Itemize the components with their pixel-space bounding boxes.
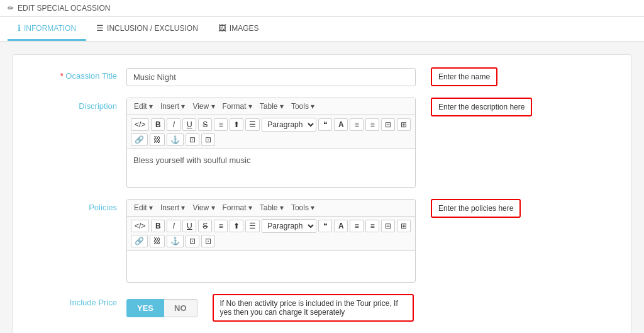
desc-paragraph-select[interactable]: Paragraph <box>262 118 316 132</box>
include-price-control: YES NO If No then activity price is incl… <box>126 294 612 322</box>
desc-btn-italic[interactable]: I <box>167 118 180 131</box>
pol-btn-bold[interactable]: B <box>151 220 165 232</box>
include-price-no-btn[interactable]: NO <box>164 299 197 317</box>
include-price-label: Include Price <box>26 294 126 307</box>
top-bar: ✏ EDIT SPECIAL OCASSION <box>0 0 644 17</box>
tab-images[interactable]: 🖼 IMAGES <box>208 17 269 41</box>
desc-btn-strike[interactable]: S <box>198 118 212 131</box>
policies-body[interactable] <box>127 251 415 282</box>
pol-menu-view[interactable]: View ▾ <box>189 202 218 213</box>
pol-btn-strike[interactable]: S <box>198 220 212 232</box>
pol-btn-unlink[interactable]: ⛓ <box>150 235 165 247</box>
desc-btn-underline[interactable]: U <box>182 118 196 131</box>
description-toolbar: </> B I U S ≡ ⬆ ☰ Paragraph <box>127 115 415 149</box>
description-menubar: Edit ▾ Insert ▾ View ▾ Format ▾ Table ▾ … <box>127 98 415 115</box>
desc-btn-link[interactable]: 🔗 <box>131 133 148 146</box>
include-price-toggle: YES NO <box>126 299 197 317</box>
desc-btn-ol[interactable]: ≡ <box>350 118 364 131</box>
occasion-title-control: Enter the name <box>126 67 612 86</box>
tab-inclusion-exclusion[interactable]: ☰ INCLUSION / EXCLUSION <box>86 17 208 41</box>
pol-btn-image[interactable]: ⊡ <box>186 235 199 247</box>
desc-btn-unlink[interactable]: ⛓ <box>150 133 165 146</box>
form-card: * Ocassion Title Enter the name Discript… <box>13 54 631 333</box>
desc-btn-bold[interactable]: B <box>151 118 165 131</box>
desc-menu-table[interactable]: Table ▾ <box>257 101 287 112</box>
pol-btn-media[interactable]: ⊡ <box>201 235 215 247</box>
description-tooltip: Enter the description here <box>431 98 532 116</box>
policies-tooltip: Enter the policies here <box>431 199 521 218</box>
pol-menu-table[interactable]: Table ▾ <box>257 202 287 213</box>
pol-btn-outdent[interactable]: ⊟ <box>381 220 395 232</box>
desc-menu-edit[interactable]: Edit ▾ <box>131 101 156 112</box>
pol-menu-tools[interactable]: Tools ▾ <box>288 202 318 213</box>
desc-btn-code[interactable]: </> <box>131 118 149 131</box>
pol-btn-align-center[interactable]: ⬆ <box>230 220 243 232</box>
desc-menu-insert[interactable]: Insert ▾ <box>157 101 188 112</box>
desc-menu-tools[interactable]: Tools ▾ <box>288 101 318 112</box>
tab-images-label: IMAGES <box>230 24 259 33</box>
page-wrapper: ✏ EDIT SPECIAL OCASSION ℹ INFORMATION ☰ … <box>0 0 644 333</box>
edit-icon: ✏ <box>8 4 14 13</box>
tab-information[interactable]: ℹ INFORMATION <box>8 17 86 41</box>
desc-btn-align-center[interactable]: ⬆ <box>230 118 243 131</box>
list-icon: ☰ <box>96 23 104 33</box>
description-row: Discription Edit ▾ Insert ▾ View ▾ Forma… <box>26 98 612 188</box>
desc-btn-anchor[interactable]: ⚓ <box>167 133 184 146</box>
desc-btn-image[interactable]: ⊡ <box>186 133 199 146</box>
desc-btn-indent[interactable]: ⊞ <box>397 118 411 131</box>
pol-btn-anchor[interactable]: ⚓ <box>167 235 184 247</box>
description-editor: Edit ▾ Insert ▾ View ▾ Format ▾ Table ▾ … <box>126 98 416 188</box>
policies-toolbar: </> B I U S ≡ ⬆ ☰ Paragraph <box>127 217 415 251</box>
description-label: Discription <box>26 98 126 111</box>
include-price-yes-btn[interactable]: YES <box>126 299 164 317</box>
occasion-title-row: * Ocassion Title Enter the name <box>26 67 612 86</box>
policies-label: Policies <box>26 199 126 212</box>
info-icon: ℹ <box>18 23 21 33</box>
description-body[interactable]: Bless yourself with soulful music <box>127 149 415 187</box>
pol-paragraph-select[interactable]: Paragraph <box>262 219 316 233</box>
desc-btn-outdent[interactable]: ⊟ <box>381 118 395 131</box>
tabs-bar: ℹ INFORMATION ☰ INCLUSION / EXCLUSION 🖼 … <box>0 17 644 42</box>
description-control: Edit ▾ Insert ▾ View ▾ Format ▾ Table ▾ … <box>126 98 612 188</box>
pol-btn-code[interactable]: </> <box>131 220 149 232</box>
main-content: * Ocassion Title Enter the name Discript… <box>0 42 644 333</box>
policies-editor: Edit ▾ Insert ▾ View ▾ Format ▾ Table ▾ … <box>126 199 416 283</box>
policies-menubar: Edit ▾ Insert ▾ View ▾ Format ▾ Table ▾ … <box>127 200 415 217</box>
pol-btn-ol[interactable]: ≡ <box>350 220 364 232</box>
policies-row: Policies Edit ▾ Insert ▾ View ▾ Format ▾… <box>26 199 612 283</box>
desc-menu-format[interactable]: Format ▾ <box>219 101 255 112</box>
occasion-title-label: Ocassion Title <box>65 71 117 81</box>
pol-menu-edit[interactable]: Edit ▾ <box>131 202 156 213</box>
desc-btn-align-left[interactable]: ≡ <box>214 118 228 131</box>
desc-btn-blockquote[interactable]: ❝ <box>318 118 332 131</box>
tab-information-label: INFORMATION <box>24 24 76 33</box>
desc-btn-media[interactable]: ⊡ <box>201 133 215 146</box>
occasion-title-input[interactable] <box>126 68 416 86</box>
image-icon: 🖼 <box>218 23 226 33</box>
pol-btn-link[interactable]: 🔗 <box>131 235 148 247</box>
pol-btn-color[interactable]: A <box>334 220 348 232</box>
pol-btn-ul[interactable]: ≡ <box>365 220 379 232</box>
desc-btn-align-right[interactable]: ☰ <box>245 118 260 131</box>
pol-btn-blockquote[interactable]: ❝ <box>318 220 332 232</box>
pol-menu-format[interactable]: Format ▾ <box>219 202 255 213</box>
include-price-tooltip: If No then activity price is included in… <box>213 294 414 322</box>
policies-control: Edit ▾ Insert ▾ View ▾ Format ▾ Table ▾ … <box>126 199 612 283</box>
pol-btn-align-right[interactable]: ☰ <box>245 220 260 232</box>
page-title: EDIT SPECIAL OCASSION <box>18 4 110 13</box>
pol-btn-underline[interactable]: U <box>182 220 196 232</box>
pol-btn-align-left[interactable]: ≡ <box>214 220 228 232</box>
pol-menu-insert[interactable]: Insert ▾ <box>157 202 188 213</box>
desc-btn-ul[interactable]: ≡ <box>365 118 379 131</box>
desc-btn-color[interactable]: A <box>334 118 348 131</box>
occasion-title-label-wrapper: * Ocassion Title <box>26 67 126 81</box>
pol-btn-italic[interactable]: I <box>167 220 180 232</box>
include-price-row: Include Price YES NO If No then activity… <box>26 294 612 322</box>
occasion-title-tooltip: Enter the name <box>431 67 497 86</box>
pol-btn-indent[interactable]: ⊞ <box>397 220 411 232</box>
tab-inclusion-exclusion-label: INCLUSION / EXCLUSION <box>107 24 198 33</box>
desc-menu-view[interactable]: View ▾ <box>189 101 218 112</box>
